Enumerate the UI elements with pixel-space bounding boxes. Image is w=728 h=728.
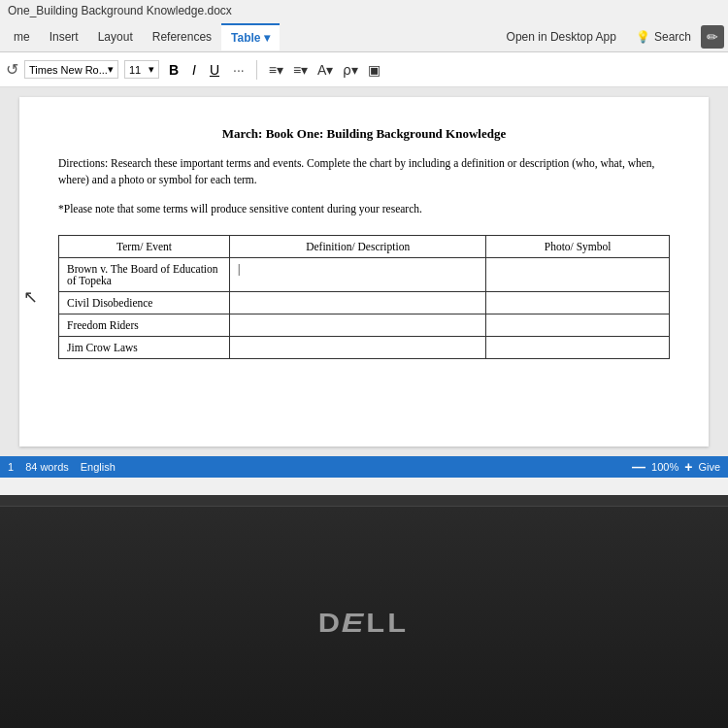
title-bar: One_Building Background Knowledge.docx [0,0,728,21]
research-table: Term/ Event Definition/ Description Phot… [58,235,670,359]
term-2[interactable]: Civil Disobedience [59,291,230,314]
cursor-blink: | [238,263,240,275]
language: English [81,461,116,473]
page-number: 1 [8,461,14,473]
photo-2[interactable] [486,291,670,314]
photo-4[interactable] [486,336,670,358]
screen-button[interactable]: ▣ [364,60,384,80]
font-size-chevron: ▾ [149,63,154,76]
toolbar: ↺ Times New Ro... ▾ 11 ▾ B I U ··· ≡▾ ≡▾… [0,52,728,87]
cursor-arrow: ↖ [23,286,38,308]
document-title-text: March: Book One: Building Background Kno… [58,126,670,142]
document-title: One_Building Background Knowledge.docx [8,4,232,17]
status-bar: 1 84 words English — 100% + Give [0,456,728,478]
toolbar-divider-1 [256,60,257,80]
bold-button[interactable]: B [165,60,182,80]
paint-button[interactable]: A▾ [314,60,337,80]
document-page: ↖ March: Book One: Building Background K… [19,97,709,447]
search-btn[interactable]: 💡 Search [626,24,701,50]
undo-button[interactable]: ↺ [6,60,18,79]
note-text: *Please note that some terms will produc… [58,201,670,217]
more-formatting-button[interactable]: ··· [229,60,248,80]
search-icon: 💡 [636,30,650,44]
ribbon-tabs: me Insert Layout References Table ▾ Open… [0,21,728,52]
tab-layout[interactable]: Layout [88,24,143,50]
edit-icon-btn[interactable]: ✏ [701,25,724,49]
give-feedback: Give [698,461,720,473]
table-dropdown-arrow: ▾ [264,31,270,45]
def-4[interactable] [230,336,486,358]
status-right: — 100% + Give [632,459,720,475]
search-toolbar-button[interactable]: ⍴▾ [339,60,362,80]
font-size-dropdown[interactable]: 11 ▾ [124,60,159,79]
term-1[interactable]: Brown v. The Board of Education of Topek… [59,257,230,291]
document-area: ↖ March: Book One: Building Background K… [0,87,728,456]
table-row: Freedom Riders [59,314,670,336]
tab-table[interactable]: Table ▾ [221,23,280,50]
def-3[interactable] [230,314,486,336]
tab-references[interactable]: References [143,24,221,50]
photo-3[interactable] [486,314,670,336]
laptop-body: DELL [0,507,728,728]
term-3[interactable]: Freedom Riders [59,314,230,336]
zoom-level: 100% [651,461,678,473]
list-group: ≡▾ ≡▾ A▾ ⍴▾ ▣ [265,60,385,80]
underline-button[interactable]: U [206,60,223,80]
header-term: Term/ Event [59,235,230,257]
tab-insert[interactable]: Insert [40,24,88,50]
list-button[interactable]: ≡▾ [265,60,287,80]
laptop-bezel [0,495,728,507]
open-desktop-btn[interactable]: Open in Desktop App [497,24,626,50]
dell-brand-text: DELL [318,608,410,639]
indent-button[interactable]: ≡▾ [289,60,312,80]
term-4[interactable]: Jim Crow Laws [59,336,230,358]
tab-me[interactable]: me [4,24,40,50]
header-definition: Definition/ Description [230,235,486,257]
def-1[interactable]: | [230,257,486,291]
header-photo: Photo/ Symbol [486,235,670,257]
photo-1[interactable] [486,257,670,291]
font-name-chevron: ▾ [108,63,114,76]
table-row: Brown v. The Board of Education of Topek… [59,257,670,291]
directions-text: Directions: Research these important ter… [58,155,670,189]
dell-logo: DELL [322,608,405,639]
font-name-dropdown[interactable]: Times New Ro... ▾ [24,60,118,79]
zoom-out-button[interactable]: — [632,459,645,475]
word-count: 84 words [25,461,69,473]
zoom-in-button[interactable]: + [684,459,692,475]
italic-button[interactable]: I [188,60,200,80]
table-row: Jim Crow Laws [59,336,670,358]
table-row: Civil Disobedience [59,291,670,314]
def-2[interactable] [230,291,486,314]
